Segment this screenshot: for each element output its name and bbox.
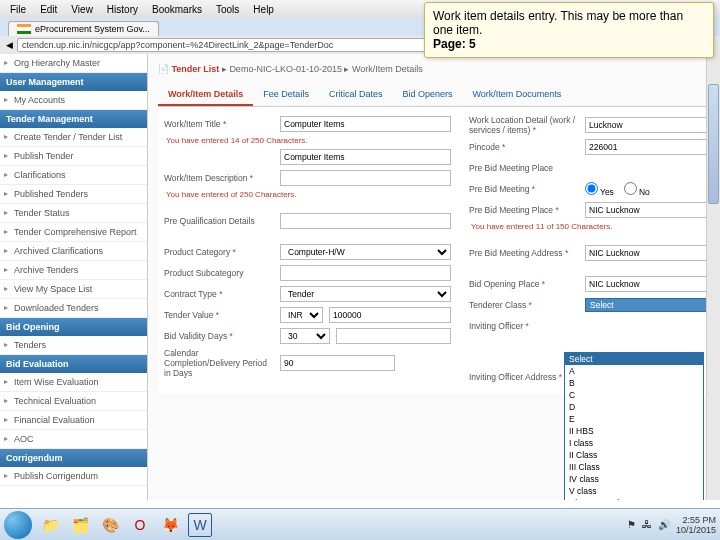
option[interactable]: A (565, 365, 703, 377)
option[interactable]: E (565, 413, 703, 425)
option[interactable]: V class (565, 485, 703, 497)
menu-edit[interactable]: Edit (34, 2, 63, 17)
delivery-days-input[interactable] (280, 355, 395, 371)
prebid-place-input[interactable] (585, 202, 720, 218)
work-desc-input[interactable] (280, 170, 451, 186)
menu-tools[interactable]: Tools (210, 2, 245, 17)
sidebar-item[interactable]: Archived Clarifications (0, 242, 147, 261)
windows-taskbar[interactable]: 📁 🗂️ 🎨 O 🦊 W ⚑ 🖧 🔊 2:55 PM 10/1/2015 (0, 508, 720, 540)
pincode-input[interactable] (585, 139, 720, 155)
tenderer-class-select[interactable]: Select (585, 298, 720, 312)
sidebar-header-bideval: Bid Evaluation (0, 355, 147, 373)
breadcrumb: 📄 Tender List ▸ Demo-NIC-LKO-01-10-2015 … (158, 60, 710, 78)
prebid-yes[interactable] (585, 182, 598, 195)
flag-icon[interactable]: ⚑ (627, 519, 636, 530)
network-icon[interactable]: 🖧 (642, 519, 652, 530)
sidebar-item[interactable]: Create Tender / Tender List (0, 128, 147, 147)
word-icon[interactable]: W (188, 513, 212, 537)
scrollbar-thumb[interactable] (708, 84, 719, 204)
sidebar-item[interactable]: Tender Comprehensive Report (0, 223, 147, 242)
system-tray[interactable]: ⚑ 🖧 🔊 2:55 PM 10/1/2015 (627, 515, 716, 535)
sidebar-item[interactable]: Downloaded Tenders (0, 299, 147, 318)
tab-critical-dates[interactable]: Critical Dates (319, 84, 393, 106)
work-title-input[interactable] (280, 116, 451, 132)
menu-file[interactable]: File (4, 2, 32, 17)
tender-value-input[interactable] (329, 307, 451, 323)
back-icon[interactable]: ◀ (6, 40, 13, 50)
currency-select[interactable]: INR (280, 307, 323, 323)
menu-bookmarks[interactable]: Bookmarks (146, 2, 208, 17)
sidebar-item[interactable]: Clarifications (0, 166, 147, 185)
menu-history[interactable]: History (101, 2, 144, 17)
ci-input[interactable] (280, 149, 451, 165)
option[interactable]: Class I A & above (565, 497, 703, 500)
prebid-radio[interactable]: YesNo (585, 182, 650, 197)
sidebar-item[interactable]: Archive Tenders (0, 261, 147, 280)
form-left-column: Work/Item Title * You have entered 14 of… (164, 115, 451, 386)
sidebar-item[interactable]: Financial Evaluation (0, 411, 147, 430)
option[interactable]: B (565, 377, 703, 389)
option[interactable]: I class (565, 437, 703, 449)
main-panel: 📄 Tender List ▸ Demo-NIC-LKO-01-10-2015 … (148, 54, 720, 500)
contract-type-select[interactable]: Tender (280, 286, 451, 302)
form-right-column: Work Location Detail (work / services / … (469, 115, 720, 386)
prebid-no[interactable] (624, 182, 637, 195)
sidebar-header-user: User Management (0, 73, 147, 91)
sidebar-item[interactable]: Tender Status (0, 204, 147, 223)
sidebar-header-tender: Tender Management (0, 110, 147, 128)
sidebar: Org Hierarchy Master User Management My … (0, 54, 148, 500)
sidebar-item[interactable]: Tenders (0, 336, 147, 355)
option[interactable]: Select (565, 353, 703, 365)
form-tabs: Work/Item Details Fee Details Critical D… (158, 84, 710, 107)
volume-icon[interactable]: 🔊 (658, 519, 670, 530)
tenderer-class-dropdown[interactable]: Select A B C D E II HBS I class II Class… (564, 352, 704, 500)
vertical-scrollbar[interactable] (706, 54, 720, 500)
callout-text: Work item details entry. This may be mor… (433, 9, 705, 37)
option[interactable]: II Class (565, 449, 703, 461)
menu-view[interactable]: View (65, 2, 99, 17)
tab-title: eProcurement System Gov... (35, 24, 150, 34)
prequal-input[interactable] (280, 213, 451, 229)
title-char-hint: You have entered 14 of 250 Characters. (164, 136, 451, 145)
product-category-select[interactable]: Computer-H/W (280, 244, 451, 260)
sidebar-header-corrigendum: Corrigendum (0, 449, 147, 467)
explorer-icon[interactable]: 📁 (38, 513, 62, 537)
option[interactable]: D (565, 401, 703, 413)
sidebar-item[interactable]: My Accounts (0, 91, 147, 110)
option[interactable]: C (565, 389, 703, 401)
sidebar-header-bidopen: Bid Opening (0, 318, 147, 336)
sidebar-item[interactable]: AOC (0, 430, 147, 449)
option[interactable]: III Class (565, 461, 703, 473)
bid-validity-input[interactable] (336, 328, 451, 344)
paint-icon[interactable]: 🎨 (98, 513, 122, 537)
prebid-char-hint: You have entered 11 of 150 Characters. (469, 222, 720, 231)
location-input[interactable] (585, 117, 720, 133)
sidebar-item[interactable]: View My Space List (0, 280, 147, 299)
product-subcat-input[interactable] (280, 265, 451, 281)
option[interactable]: II HBS (565, 425, 703, 437)
option[interactable]: IV class (565, 473, 703, 485)
help-callout: Work item details entry. This may be mor… (424, 2, 714, 58)
bid-validity-select[interactable]: 30 (280, 328, 330, 344)
tab-work-item[interactable]: Work/Item Details (158, 84, 253, 106)
sidebar-item[interactable]: Publish Corrigendum (0, 467, 147, 486)
start-button[interactable] (4, 511, 32, 539)
tab-fee[interactable]: Fee Details (253, 84, 319, 106)
sidebar-item[interactable]: Publish Tender (0, 147, 147, 166)
tab-bid-openers[interactable]: Bid Openers (392, 84, 462, 106)
sidebar-item[interactable]: Org Hierarchy Master (0, 54, 147, 73)
tab-work-docs[interactable]: Work/Item Documents (462, 84, 571, 106)
callout-page: Page: 5 (433, 37, 705, 51)
desc-char-hint: You have entered of 250 Characters. (164, 190, 451, 199)
browser-tab[interactable]: eProcurement System Gov... (8, 21, 159, 36)
folder-icon[interactable]: 🗂️ (68, 513, 92, 537)
bid-opening-input[interactable] (585, 276, 720, 292)
menu-help[interactable]: Help (247, 2, 280, 17)
india-flag-icon (17, 24, 31, 34)
opera-icon[interactable]: O (128, 513, 152, 537)
sidebar-item[interactable]: Published Tenders (0, 185, 147, 204)
sidebar-item[interactable]: Technical Evaluation (0, 392, 147, 411)
firefox-icon[interactable]: 🦊 (158, 513, 182, 537)
sidebar-item[interactable]: Item Wise Evaluation (0, 373, 147, 392)
prebid-address-input[interactable] (585, 245, 720, 261)
